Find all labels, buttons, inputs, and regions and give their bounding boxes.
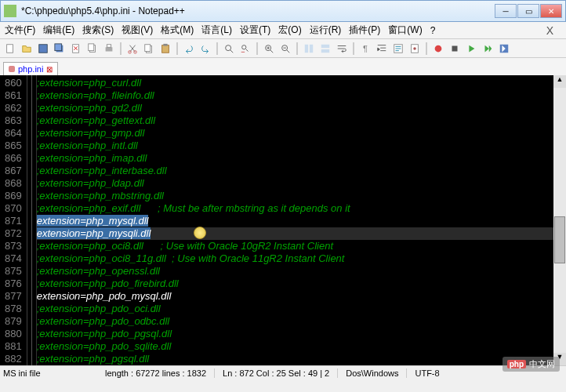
paste-icon[interactable] <box>158 42 172 56</box>
svg-point-26 <box>435 45 442 52</box>
code-line[interactable]: ;extension=php_ldap.dll <box>37 177 563 190</box>
print-icon[interactable] <box>102 42 116 56</box>
svg-point-15 <box>226 45 231 50</box>
save-icon[interactable] <box>36 42 50 56</box>
code-line[interactable]: ;extension=php_openssl.dll <box>37 265 563 278</box>
saveall-icon[interactable] <box>53 42 67 56</box>
stop-icon[interactable] <box>448 42 462 56</box>
menu-format[interactable]: 格式(M) <box>161 24 194 37</box>
file-tab[interactable]: php.ini ⊠ <box>3 62 58 75</box>
editor[interactable]: 8608618628638648658668678688698708718728… <box>0 75 566 365</box>
code-line[interactable]: ;extension=php_gmp.dll <box>37 127 563 140</box>
wrap-icon[interactable] <box>335 42 349 56</box>
code-line[interactable]: ;extension=php_imap.dll <box>37 152 563 165</box>
code-line[interactable]: ;extension=php_oci8.dll ; Use with Oracl… <box>37 240 563 252</box>
watermark-text: 中文网 <box>529 358 555 370</box>
maximize-button[interactable]: ▭ <box>517 4 539 18</box>
docmap-icon[interactable] <box>408 42 422 56</box>
svg-rect-20 <box>310 44 313 53</box>
sync-v-icon[interactable] <box>302 42 316 56</box>
open-icon[interactable] <box>20 42 34 56</box>
status-position: Ln : 872 Col : 25 Sel : 49 | 2 <box>215 368 338 378</box>
zoomout-icon[interactable] <box>278 42 292 56</box>
separator <box>120 42 122 55</box>
funclist-icon[interactable] <box>391 42 405 56</box>
code-line[interactable]: ;extension=php_pdo_firebird.dll <box>37 278 563 290</box>
code-line[interactable]: extension=php_mysql.dll <box>37 215 563 227</box>
code-line[interactable]: ;extension=php_gd2.dll <box>37 102 563 114</box>
menu-run[interactable]: 运行(R) <box>310 24 342 37</box>
code-line[interactable]: ;extension=php_curl.dll <box>37 77 563 89</box>
indent-icon[interactable] <box>375 42 389 56</box>
code-line[interactable]: ;extension=php_gettext.dll <box>37 114 563 127</box>
tabbar: php.ini ⊠ <box>0 58 566 75</box>
svg-rect-3 <box>55 43 62 50</box>
close-file-icon[interactable] <box>69 42 83 56</box>
toolbar: ¶ <box>0 39 566 58</box>
code-line[interactable]: ;extension=php_pgsql.dll <box>37 353 563 365</box>
statusbar: MS ini file length : 67272 lines : 1832 … <box>0 365 566 379</box>
new-icon[interactable] <box>3 42 17 56</box>
find-icon[interactable] <box>222 42 236 56</box>
redo-icon[interactable] <box>198 42 212 56</box>
scroll-up-icon[interactable]: ▲ <box>553 75 566 88</box>
menu-edit[interactable]: 编辑(E) <box>43 24 74 37</box>
svg-point-16 <box>242 45 246 49</box>
code-line[interactable]: ;extension=php_pdo_oci.dll <box>37 303 563 315</box>
cursor-highlight-icon <box>194 227 206 239</box>
closeall-icon[interactable] <box>85 42 100 56</box>
separator <box>176 42 178 55</box>
scroll-thumb[interactable] <box>554 216 565 263</box>
tab-close-icon[interactable]: ⊠ <box>46 65 53 74</box>
close-button[interactable]: ✕ <box>540 4 562 18</box>
play-icon[interactable] <box>464 42 478 56</box>
menu-window[interactable]: 窗口(W) <box>388 24 422 37</box>
code-line[interactable]: ;extension=php_pdo_sqlite.dll <box>37 340 563 353</box>
code-line[interactable]: ;extension=php_interbase.dll <box>37 165 563 177</box>
menu-lang[interactable]: 语言(L) <box>201 24 232 37</box>
undo-icon[interactable] <box>182 42 196 56</box>
menu-view[interactable]: 视图(V) <box>122 24 153 37</box>
minimize-button[interactable]: ─ <box>495 4 517 18</box>
svg-rect-1 <box>39 44 48 53</box>
cut-icon[interactable] <box>125 42 140 56</box>
svg-rect-7 <box>106 47 113 51</box>
separator <box>353 42 354 55</box>
code-line[interactable]: ;extension=php_mbstring.dll <box>37 190 563 202</box>
svg-rect-8 <box>107 44 111 47</box>
replace-icon[interactable] <box>238 42 252 56</box>
menu-help[interactable]: ? <box>430 25 436 36</box>
menu-file[interactable]: 文件(F) <box>5 24 35 37</box>
fold-bar <box>27 75 37 365</box>
watermark: php 中文网 <box>503 357 560 372</box>
menu-macro[interactable]: 宏(O) <box>278 24 301 37</box>
sync-h-icon[interactable] <box>318 42 332 56</box>
code-line[interactable]: extension=php_pdo_mysql.dll <box>37 290 563 303</box>
svg-rect-21 <box>321 44 330 47</box>
code-line[interactable]: extension=php_mysqli.dll <box>37 227 563 240</box>
code-line[interactable]: ;extension=php_intl.dll <box>37 140 563 152</box>
vertical-scrollbar[interactable]: ▲ ▼ <box>553 75 566 365</box>
app-icon <box>4 5 16 17</box>
savemacro-icon[interactable] <box>497 42 511 56</box>
code-line[interactable]: ;extension=php_pdo_odbc.dll <box>37 315 563 328</box>
copy-icon[interactable] <box>142 42 156 56</box>
code-line[interactable]: ;extension=php_fileinfo.dll <box>37 89 563 102</box>
code-line[interactable]: ;extension=php_pdo_pgsql.dll <box>37 328 563 340</box>
playloop-icon[interactable] <box>481 42 495 56</box>
record-icon[interactable] <box>431 42 445 56</box>
code-line[interactable]: ;extension=php_exif.dll ; Must be after … <box>37 202 563 215</box>
code-area[interactable]: ;extension=php_curl.dll;extension=php_fi… <box>37 75 566 365</box>
titlebar: *C:\phpedu\php5.4\php.ini - Notepad++ ─ … <box>0 0 566 22</box>
menu-settings[interactable]: 设置(T) <box>240 24 270 37</box>
menu-search[interactable]: 搜索(S) <box>82 24 114 37</box>
menu-close-x[interactable]: X <box>546 24 553 37</box>
showall-icon[interactable]: ¶ <box>358 42 372 56</box>
modified-dot-icon <box>9 66 15 72</box>
status-encoding: UTF-8 <box>407 368 447 378</box>
code-line[interactable]: ;extension=php_oci8_11g.dll ; Use with O… <box>37 252 563 265</box>
status-length: length : 67272 lines : 1832 <box>97 368 215 378</box>
menu-plugins[interactable]: 插件(P) <box>349 24 380 37</box>
svg-rect-27 <box>452 45 458 51</box>
zoomin-icon[interactable] <box>262 42 276 56</box>
